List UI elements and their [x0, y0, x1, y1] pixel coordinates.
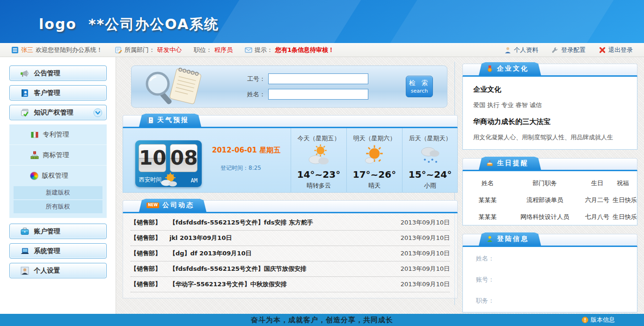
employee-id-input[interactable] — [268, 73, 368, 84]
mail-icon — [245, 46, 252, 54]
portrait-icon — [20, 266, 29, 275]
birthday-tabstrip: 生日提醒 — [462, 158, 637, 171]
ip-submenu: 专利管理 商标管理 版权管理 新建版权 所有版权 — [9, 124, 107, 218]
app-header: logo **公司办公OA系统 — [0, 0, 644, 43]
version-info-link[interactable]: 版本信息 — [582, 314, 615, 326]
sidebar-label: 客户管理 — [34, 89, 60, 97]
news-row[interactable]: 【销售部】 jkl 2013年09月10日 2013年09月10日 — [131, 231, 450, 246]
tip-info: 提示： 您有1条信息待审核！ — [245, 46, 334, 54]
news-list: 【销售部】 【fdsfdsdfs-5562125号文件】fds安排 东方舵手 2… — [123, 213, 458, 298]
birthday-row: 某某某 流程部谈单员 六月二号 生日快乐 — [468, 192, 632, 209]
person-icon — [504, 46, 512, 54]
employee-name-input[interactable] — [268, 89, 368, 100]
company-news-panel: NEW 公司动态 【销售部】 【fdsfdsdfs-5562125号文件】fds… — [123, 200, 458, 298]
employee-search-panel: 工号： 姓名： 检 索 search — [131, 65, 447, 108]
submenu-item-all-copyright[interactable]: 所有版权 — [14, 200, 102, 213]
welcome-message: 张三 欢迎您登陆到办公系统！ — [11, 46, 102, 54]
tab-login-info: 登陆信息 — [479, 232, 541, 246]
submenu-item-patent[interactable]: 专利管理 — [9, 124, 107, 145]
tip-value: 您有1条信息待审核！ — [275, 46, 334, 54]
megaphone-icon — [20, 69, 29, 78]
chevron-down-icon[interactable] — [93, 108, 102, 117]
employee-id-row: 工号： — [243, 73, 368, 84]
tab-weather: 天气预报 — [139, 114, 201, 127]
new-badge-icon: NEW — [146, 203, 159, 208]
rain-icon — [402, 144, 458, 169]
culture-tabstrip: 企业文化 — [462, 64, 637, 77]
right-column: 企业文化 企业文化 爱国 执行 专业 睿智 诚信 华商动力成长的三大法宝 用文化… — [462, 57, 637, 312]
position-label: 职位： — [194, 46, 212, 54]
sidebar-item-customers[interactable]: 客户管理 — [9, 85, 107, 101]
footer-slogan: 奋斗为本，成就客户，创造分享，共同成长 — [251, 316, 393, 325]
birthday-header-row: 姓名 部门职务 生日 祝福 — [468, 175, 632, 192]
medal-icon — [486, 65, 494, 72]
cake-icon — [486, 159, 494, 167]
dept-value: 研发中心 — [157, 46, 182, 54]
birthday-table: 姓名 部门职务 生日 祝福 某某某 流程部谈单员 六月二号 生日快乐 某某某 网… — [462, 171, 637, 225]
corporate-culture-panel: 企业文化 企业文化 爱国 执行 专业 睿智 诚信 华商动力成长的三大法宝 用文化… — [462, 64, 637, 150]
search-form: 工号： 姓名： — [243, 73, 368, 100]
forecast-day-after: 后天（星期天） 15°~24° 小雨 — [402, 128, 458, 192]
main-column: 工号： 姓名： 检 索 search 天气预报 — [123, 57, 458, 298]
sitemap-icon — [30, 151, 39, 160]
toolbar-links: 个人资料 登录配置 退出登录 — [504, 46, 633, 54]
clock-city-label: 西安时间 — [139, 176, 161, 184]
submenu-item-copyright[interactable]: 版权管理 — [9, 166, 107, 186]
copyright-children: 新建版权 所有版权 — [9, 186, 107, 213]
color-wheel-icon — [30, 172, 38, 180]
close-icon — [599, 46, 606, 54]
sidebar-item-system[interactable]: 系统管理 — [9, 243, 107, 259]
weather-panel: 天气预报 10 08 西安时间 AM 2012-06-01 星期五 登记时间：8… — [123, 115, 458, 193]
clock-hour: 10 — [139, 144, 166, 172]
sun-cloud-icon — [291, 144, 346, 169]
news-row[interactable]: 【销售部】 【fdsfdsdfs-5562125号文件】fds安排 东方舵手 2… — [131, 215, 450, 231]
sidebar-item-accounts[interactable]: 账户管理 — [9, 224, 107, 239]
magnifier-notepad-icon — [140, 67, 210, 106]
employee-name-row: 姓名： — [243, 89, 368, 100]
login-tabstrip: 登陆信息 — [462, 234, 637, 247]
culture-motto: 用文化凝聚人心、用制度驾驭人性、用品牌成就人生 — [473, 133, 627, 142]
news-row[interactable]: 【销售部】 【华动字-5562123号文件】中秋放假安排 2013年09月10日 — [131, 277, 450, 292]
registration-time: 登记时间：8:25 — [212, 164, 291, 172]
employee-id-label: 工号： — [243, 75, 265, 83]
login-config-link[interactable]: 登录配置 — [551, 46, 585, 54]
user-toolbar: 张三 欢迎您登陆到办公系统！ 所属部门： 研发中心 职位： 程序员 提示： 您有… — [0, 43, 644, 57]
wrench-icon — [551, 46, 559, 54]
oa-page: logo **公司办公OA系统 张三 欢迎您登陆到办公系统！ 所属部门： 研发中… — [0, 0, 644, 326]
sidebar-item-announcements[interactable]: 公告管理 — [9, 65, 107, 81]
header-streak — [204, 0, 366, 43]
news-row[interactable]: 【销售部】 【fdsfdsdfs-5562125号文件】国庆节放假安排 2013… — [131, 261, 450, 277]
news-row[interactable]: 【销售部】 【dg】df 2013年09月10日 2013年09月10日 — [131, 246, 450, 261]
profile-link[interactable]: 个人资料 — [504, 46, 538, 54]
header-streak — [382, 0, 619, 43]
tab-corporate-culture: 企业文化 — [479, 62, 541, 75]
sun-icon — [347, 144, 402, 169]
weather-tabstrip: 天气预报 — [123, 115, 458, 128]
weather-tab-icon — [146, 116, 154, 124]
logout-link[interactable]: 退出登录 — [599, 46, 633, 54]
clock-ampm-label: AM — [191, 177, 198, 184]
login-info-content: 姓名： 账号： 职务： — [462, 247, 637, 312]
search-button[interactable]: 检 索 search — [406, 76, 433, 97]
folder-check-icon — [20, 108, 29, 117]
birthday-reminder-panel: 生日提醒 姓名 部门职务 生日 祝福 某某某 流程部谈单员 六月二号 生日快乐 … — [462, 158, 637, 225]
sidebar-item-intellectual-property[interactable]: 知识产权管理 — [9, 105, 107, 120]
sidebar-nav: 公告管理 客户管理 知识产权管理 专利管理 — [0, 57, 116, 314]
login-info-panel: 登陆信息 姓名： 账号： 职务： — [462, 234, 637, 312]
news-tabstrip: NEW 公司动态 — [123, 200, 458, 213]
address-book-icon — [20, 88, 29, 98]
list-icon — [11, 46, 19, 54]
weather-body: 10 08 西安时间 AM 2012-06-01 星期五 登记时间：8:25 今… — [123, 128, 458, 193]
submenu-label: 商标管理 — [43, 151, 69, 159]
flip-clock: 10 08 西安时间 AM — [135, 140, 202, 187]
culture-heading: 企业文化 — [473, 85, 627, 94]
department-info: 所属部门： 研发中心 — [115, 46, 182, 54]
laptop-icon — [20, 246, 29, 256]
forecast-columns: 今天（星期五） 14°~23° 晴转多云 明天（星期六） 17°~26° — [291, 128, 460, 192]
position-info: 职位： 程序员 — [194, 46, 233, 54]
submenu-item-new-copyright[interactable]: 新建版权 — [14, 186, 102, 199]
forecast-tomorrow: 明天（星期六） 17°~26° 晴天 — [346, 128, 402, 192]
sidebar-item-personal-settings[interactable]: 个人设置 — [9, 263, 107, 278]
submenu-item-trademark[interactable]: 商标管理 — [9, 145, 107, 166]
book-icon — [30, 130, 39, 139]
